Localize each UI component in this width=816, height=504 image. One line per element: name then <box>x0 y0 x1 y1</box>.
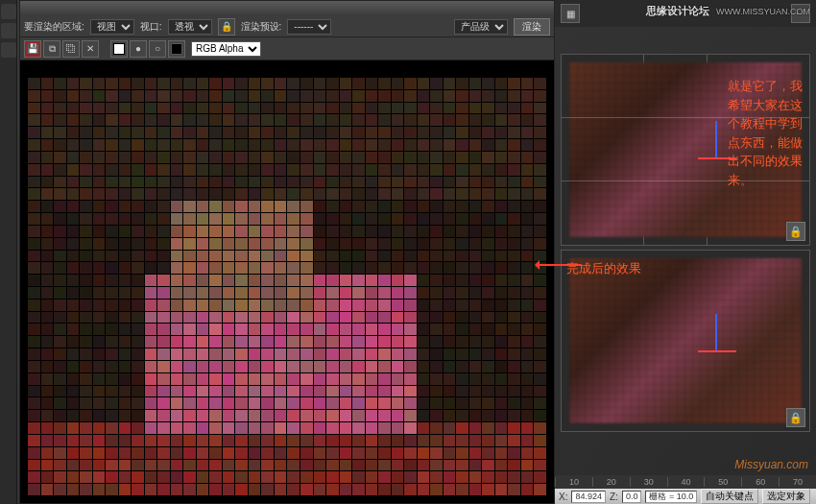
main-viewport-area: ▦ ⋯ 🔒 🔒 <box>555 0 816 504</box>
tool-button[interactable] <box>1 42 16 58</box>
render-titlebar[interactable] <box>20 1 554 16</box>
coord-z-label: Z: <box>610 492 618 502</box>
site-watermark: 思缘设计论坛 WWW.MISSYUAN.COM <box>646 4 810 18</box>
alpha-channel-icon[interactable]: ○ <box>149 40 166 58</box>
axis-gizmo-icon[interactable] <box>715 121 717 159</box>
channel-select[interactable]: RGB Alpha <box>191 41 261 57</box>
render-frame-window: 要渲染的区域: 视图 视口: 透视 🔒 渲染预设: ------ 产品级 渲染 … <box>19 0 555 504</box>
watermark-text: 思缘设计论坛 <box>646 5 709 16</box>
grid-field: 栅格 = 10.0 <box>645 491 697 503</box>
status-bar: X: 84.924 Z: 0.0 栅格 = 10.0 自动关键点 选定对象 <box>555 489 816 504</box>
preset-label: 渲染预设: <box>241 20 282 34</box>
left-toolbar <box>0 0 17 504</box>
timeline-tick[interactable]: 20 <box>592 477 630 487</box>
viewport-select[interactable]: 透视 <box>168 19 212 35</box>
close-icon[interactable]: ✕ <box>82 40 99 58</box>
timeline-tick[interactable]: 10 <box>555 477 592 487</box>
copy-image-icon[interactable]: ⧉ <box>43 40 60 58</box>
auto-key-button[interactable]: 自动关键点 <box>701 489 758 504</box>
viewport-content <box>569 258 802 423</box>
mono-channel-icon[interactable] <box>168 40 185 58</box>
viewport-lock-icon[interactable]: 🔒 <box>786 408 805 427</box>
tool-button[interactable] <box>1 4 16 19</box>
black-swatch-icon <box>171 43 182 55</box>
axis-gizmo-icon[interactable] <box>715 314 717 352</box>
coord-x-label: X: <box>559 492 567 502</box>
timeline-tick[interactable]: 60 <box>741 477 779 487</box>
coord-z-field[interactable]: 0.0 <box>622 491 642 503</box>
timeline-tick[interactable]: 40 <box>667 477 705 487</box>
region-label: 要渲染的区域: <box>24 20 84 34</box>
annotation-main: 就是它了，我希望大家在这个教程中学到点东西，能做出不同的效果来。 <box>728 77 810 189</box>
viewport-label: 视口: <box>140 20 162 34</box>
lock-viewport-icon[interactable]: 🔒 <box>218 18 235 36</box>
rgb-channel-icon[interactable]: ● <box>130 40 147 58</box>
toggle-color-icon[interactable] <box>110 40 128 58</box>
render-toolbar-row2: 💾 ⧉ ⿻ ✕ ● ○ RGB Alpha <box>20 37 554 60</box>
timeline-tick[interactable]: 70 <box>779 477 816 487</box>
save-image-icon[interactable]: 💾 <box>24 40 41 58</box>
preset-select[interactable]: ------ <box>287 19 331 35</box>
selected-object-button[interactable]: 选定对象 <box>762 489 810 504</box>
region-select[interactable]: 视图 <box>90 19 134 35</box>
corner-watermark: Missyuan.com <box>734 458 808 471</box>
timeline-tick[interactable]: 50 <box>704 477 741 487</box>
timeline[interactable]: 10 20 30 40 50 60 70 <box>555 475 816 489</box>
white-swatch-icon <box>113 43 125 55</box>
mosaic-render-image <box>28 78 546 495</box>
render-button[interactable]: 渲染 <box>514 18 550 36</box>
output-mode-select[interactable]: 产品级 <box>454 19 508 35</box>
annotation-result: 完成后的效果 <box>566 259 641 278</box>
viewport-lock-icon[interactable]: 🔒 <box>786 222 805 241</box>
clone-image-icon[interactable]: ⿻ <box>62 40 80 58</box>
coord-x-field[interactable]: 84.924 <box>571 491 606 503</box>
timeline-tick[interactable]: 30 <box>630 477 667 487</box>
tool-button[interactable] <box>1 23 16 38</box>
viewport-config-icon[interactable]: ▦ <box>561 4 580 23</box>
render-toolbar-row1: 要渲染的区域: 视图 视口: 透视 🔒 渲染预设: ------ 产品级 渲染 <box>20 16 554 37</box>
watermark-url: WWW.MISSYUAN.COM <box>716 7 810 16</box>
render-output-canvas[interactable] <box>20 60 554 503</box>
